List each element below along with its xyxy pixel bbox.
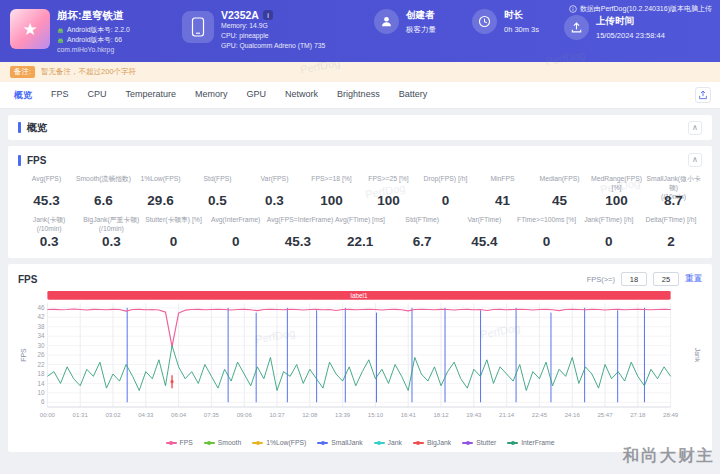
metric-label: Stutter(卡顿率) [%] [142, 215, 204, 233]
svg-text:16:41: 16:41 [401, 412, 417, 418]
legend-item-Stutter[interactable]: Stutter [462, 439, 496, 446]
metric-cell: Var(FPS)0.3 [246, 174, 303, 208]
metric-label: Avg(InterFrame) [205, 215, 267, 233]
perfdog-report-page: { "header": { "game": { "name": "崩坏:星穹铁道… [0, 0, 720, 474]
collapse-overview-button[interactable]: ∧ [688, 121, 702, 135]
svg-text:6: 6 [41, 398, 45, 405]
upload-time-block: 上传时间 15/05/2024 23:58:44 [564, 15, 706, 40]
svg-text:34: 34 [37, 332, 44, 339]
metric-value: 0.5 [189, 193, 246, 208]
metric-label: Smooth(流畅指数) [75, 174, 132, 192]
legend-marker [252, 442, 263, 444]
reset-threshold-button[interactable]: 重置 [685, 273, 702, 285]
metric-value: 0.3 [246, 193, 303, 208]
notice-bar: 备注: 暂无备注，不超过200个字符 [0, 62, 720, 82]
legend-label: BigJank [427, 439, 451, 446]
tab-Temperature[interactable]: Temperature [126, 89, 177, 102]
tab-FPS[interactable]: FPS [51, 89, 69, 102]
svg-text:09:06: 09:06 [237, 412, 253, 418]
fps-metrics-row-2: Jank(卡顿)(/10min)0.3BigJank(严重卡顿)(/10min)… [18, 215, 702, 249]
legend-label: SmallJank [331, 439, 362, 446]
game-name: 崩坏:星穹铁道 [57, 9, 130, 23]
legend-marker [317, 442, 328, 444]
svg-text:18:12: 18:12 [433, 412, 449, 418]
blue-accent-bar [18, 122, 21, 133]
legend-item-BigJank[interactable]: BigJank [413, 439, 451, 446]
metric-value: 6.6 [75, 193, 132, 208]
svg-text:18: 18 [37, 370, 44, 377]
metric-label: Drop(FPS) [/h] [417, 174, 474, 192]
metric-cell: FTime>=100ms [%]0 [516, 215, 578, 249]
legend-item-SmallJank[interactable]: SmallJank [317, 439, 362, 446]
legend-label: Stutter [476, 439, 496, 446]
fps-threshold-input-1[interactable] [621, 272, 647, 286]
metric-cell: BigJank(严重卡顿)(/10min)0.3 [80, 215, 142, 249]
svg-text:26: 26 [37, 351, 44, 358]
overview-section-header: 概览 ∧ [8, 115, 712, 140]
notice-text[interactable]: 暂无备注，不超过200个字符 [41, 67, 136, 77]
metric-cell: Avg(FTime) [ms]22.1 [329, 215, 391, 249]
duration-label: 时长 [504, 9, 539, 22]
overview-title: 概览 [27, 121, 47, 135]
creator-value: 极客力量 [406, 25, 436, 35]
metric-cell: FPS>=25 [%]100 [360, 174, 417, 208]
metric-value: 0 [578, 234, 640, 249]
legend-item-InterFrame[interactable]: InterFrame [507, 439, 554, 446]
tab-Memory[interactable]: Memory [195, 89, 228, 102]
metric-label: Median(FPS) [531, 174, 588, 192]
tab-bar: 概览FPSCPUTemperatureMemoryGPUNetworkBrigh… [0, 82, 720, 109]
clock-icon [472, 9, 497, 34]
tab-概览[interactable]: 概览 [14, 89, 32, 102]
source-note: 数据由PerfDog(10.2.240316)版本电脑上传 [569, 4, 712, 14]
fps-chart-title: FPS [18, 274, 37, 285]
export-button[interactable] [695, 87, 711, 103]
metric-cell: Delta(FTime) [/h]2 [640, 215, 702, 249]
blue-accent-bar [18, 155, 21, 166]
svg-text:12:08: 12:08 [302, 412, 318, 418]
metric-label: Std(FTime) [391, 215, 453, 233]
metric-value: 0 [417, 193, 474, 208]
metric-label: Var(FTime) [453, 215, 515, 233]
legend-item-1%Low(FPS)[interactable]: 1%Low(FPS) [252, 439, 306, 446]
metric-cell: 1%Low(FPS)29.6 [132, 174, 189, 208]
legend-item-FPS[interactable]: FPS [166, 439, 193, 446]
legend-marker [166, 442, 177, 444]
collapse-fps-summary-button[interactable]: ∧ [688, 153, 702, 167]
metric-value: 8.7 [645, 193, 702, 208]
main-content: 概览 ∧ FPS ∧ Avg(FPS)45.3Smooth(流畅指数)6.61%… [0, 109, 720, 452]
fps-chart-plot[interactable]: 61014182226303438424600:0001:3103:0204:3… [18, 288, 702, 431]
tab-Brightness[interactable]: Brightness [337, 89, 380, 102]
tab-CPU[interactable]: CPU [88, 89, 107, 102]
svg-text:Jank: Jank [694, 348, 701, 363]
metric-cell: Avg(FPS)45.3 [18, 174, 75, 208]
svg-text:21:14: 21:14 [499, 412, 515, 418]
metric-cell: Std(FTime)6.7 [391, 215, 453, 249]
tab-Network[interactable]: Network [285, 89, 318, 102]
phone-icon [182, 11, 214, 43]
tab-GPU[interactable]: GPU [247, 89, 267, 102]
metric-value: 100 [588, 193, 645, 208]
legend-label: FPS [180, 439, 193, 446]
legend-label: Jank [388, 439, 402, 446]
metric-value: 45.3 [267, 234, 329, 249]
device-gpu: GPU: Qualcomm Adreno (TM) 735 [221, 41, 325, 51]
legend-item-Smooth[interactable]: Smooth [204, 439, 241, 446]
fps-threshold-input-2[interactable] [653, 272, 679, 286]
legend-marker [507, 442, 518, 444]
svg-text:13:39: 13:39 [335, 412, 351, 418]
metric-value: 2 [640, 234, 702, 249]
metric-cell: Std(FPS)0.5 [189, 174, 246, 208]
svg-text:19:43: 19:43 [466, 412, 482, 418]
legend-item-Jank[interactable]: Jank [374, 439, 402, 446]
fps-metrics-row-1: Avg(FPS)45.3Smooth(流畅指数)6.61%Low(FPS)29.… [18, 174, 702, 208]
metric-label: FPS>=18 [%] [303, 174, 360, 192]
svg-text:27:18: 27:18 [630, 412, 646, 418]
metric-label: Delta(FTime) [/h] [640, 215, 702, 233]
fps-threshold-label: FPS(>=) [587, 275, 615, 284]
metric-value: 41 [474, 193, 531, 208]
metric-label: MedRange(FPS)[%] [588, 174, 645, 192]
svg-text:25:47: 25:47 [597, 412, 613, 418]
tab-Battery[interactable]: Battery [399, 89, 428, 102]
device-detail-badge[interactable]: i [263, 10, 273, 20]
metric-value: 100 [360, 193, 417, 208]
